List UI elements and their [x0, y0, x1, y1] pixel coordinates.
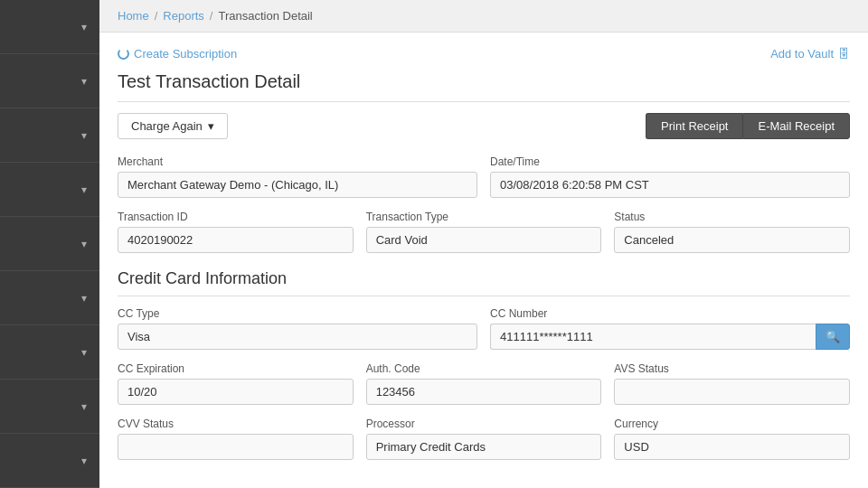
auth-code-input[interactable] [366, 379, 602, 405]
credit-card-section-title: Credit Card Information [118, 269, 850, 296]
currency-group: Currency [614, 418, 850, 460]
button-row: Charge Again ▾ Print Receipt E-Mail Rece… [118, 113, 850, 139]
chevron-icon-5: ▾ [81, 238, 87, 250]
sidebar-item-9[interactable]: ▾ [0, 434, 99, 488]
search-icon: 🔍 [826, 330, 840, 343]
print-receipt-button[interactable]: Print Receipt [646, 113, 742, 139]
add-vault-link[interactable]: Add to Vault 🗄 [770, 47, 850, 61]
page-title: Test Transaction Detail [118, 71, 850, 102]
transaction-id-group: Transaction ID [118, 211, 354, 253]
datetime-input[interactable] [490, 172, 850, 198]
chevron-icon-9: ▾ [81, 455, 87, 467]
cvv-status-label: CVV Status [118, 418, 354, 430]
create-subscription-label: Create Subscription [134, 47, 237, 61]
avs-status-label: AVS Status [614, 362, 850, 375]
chevron-icon-1: ▾ [81, 21, 87, 33]
breadcrumb: Home / Reports / Transaction Detail [99, 0, 868, 33]
cc-type-input[interactable] [118, 324, 477, 350]
breadcrumb-home[interactable]: Home [118, 9, 149, 23]
cvv-processor-currency-row: CVV Status Processor Currency [118, 418, 850, 460]
chevron-icon-6: ▾ [81, 292, 87, 305]
breadcrumb-sep-1: / [155, 9, 158, 23]
currency-label: Currency [614, 418, 850, 430]
cc-type-number-row: CC Type CC Number 🔍 [118, 307, 850, 350]
sidebar-item-4[interactable]: ▾ [0, 163, 99, 217]
sidebar-item-5[interactable]: ▾ [0, 217, 99, 271]
sidebar-item-1[interactable]: ▾ [0, 0, 99, 54]
cc-number-group: CC Number 🔍 [490, 307, 850, 350]
action-bar: Create Subscription Add to Vault 🗄 [118, 47, 850, 61]
breadcrumb-current: Transaction Detail [218, 9, 312, 23]
cc-expiration-input[interactable] [118, 379, 354, 405]
status-label: Status [614, 211, 850, 223]
main-content: Home / Reports / Transaction Detail Crea… [99, 0, 868, 488]
chevron-icon-2: ▾ [81, 75, 87, 88]
processor-input[interactable] [366, 434, 602, 460]
transaction-id-label: Transaction ID [118, 211, 354, 223]
email-receipt-button[interactable]: E-Mail Receipt [742, 113, 850, 139]
cc-search-button[interactable]: 🔍 [816, 324, 850, 350]
sidebar-item-6[interactable]: ▾ [0, 271, 99, 325]
chevron-icon-4: ▾ [81, 183, 87, 196]
currency-input[interactable] [614, 434, 850, 460]
processor-label: Processor [366, 418, 602, 430]
transaction-row: Transaction ID Transaction Type Status [118, 211, 850, 253]
cvv-status-group: CVV Status [118, 418, 354, 460]
sidebar-item-3[interactable]: ▾ [0, 108, 99, 163]
cc-type-group: CC Type [118, 307, 477, 350]
sidebar: ▾ ▾ ▾ ▾ ▾ ▾ ▾ ▾ ▾ [0, 0, 99, 488]
datetime-group: Date/Time [490, 155, 850, 198]
breadcrumb-sep-2: / [210, 9, 213, 23]
status-group: Status [614, 211, 850, 253]
chevron-icon-3: ▾ [81, 129, 87, 142]
processor-group: Processor [366, 418, 602, 460]
auth-code-label: Auth. Code [366, 362, 602, 375]
breadcrumb-reports[interactable]: Reports [163, 9, 204, 23]
transaction-type-input[interactable] [366, 227, 602, 253]
dropdown-arrow-icon: ▾ [208, 119, 214, 133]
chevron-icon-7: ▾ [81, 346, 87, 359]
merchant-label: Merchant [118, 155, 477, 168]
cc-type-label: CC Type [118, 307, 477, 320]
create-subscription-link[interactable]: Create Subscription [118, 47, 237, 61]
charge-again-label: Charge Again [131, 119, 203, 133]
merchant-group: Merchant [118, 155, 477, 198]
avs-status-group: AVS Status [614, 362, 850, 405]
add-vault-label: Add to Vault [770, 47, 834, 61]
charge-again-button[interactable]: Charge Again ▾ [118, 113, 228, 139]
cc-expiration-label: CC Expiration [118, 362, 354, 375]
auth-code-group: Auth. Code [366, 362, 602, 405]
chevron-icon-8: ▾ [81, 400, 87, 413]
merchant-datetime-row: Merchant Date/Time [118, 155, 850, 198]
cc-number-label: CC Number [490, 307, 850, 320]
avs-status-input[interactable] [614, 379, 850, 405]
transaction-type-label: Transaction Type [366, 211, 602, 223]
merchant-input[interactable] [118, 172, 477, 198]
cc-number-field-group: 🔍 [490, 324, 850, 350]
vault-icon: 🗄 [838, 47, 850, 61]
status-input[interactable] [614, 227, 850, 253]
sidebar-item-8[interactable]: ▾ [0, 380, 99, 434]
transaction-id-input[interactable] [118, 227, 354, 253]
cvv-status-input[interactable] [118, 434, 354, 460]
cc-number-input[interactable] [490, 324, 816, 350]
expiration-auth-avs-row: CC Expiration Auth. Code AVS Status [118, 362, 850, 405]
sidebar-item-2[interactable]: ▾ [0, 54, 99, 108]
refresh-icon [118, 48, 129, 60]
datetime-label: Date/Time [490, 155, 850, 168]
transaction-type-group: Transaction Type [366, 211, 602, 253]
receipt-buttons: Print Receipt E-Mail Receipt [646, 113, 850, 139]
sidebar-item-7[interactable]: ▾ [0, 325, 99, 380]
cc-expiration-group: CC Expiration [118, 362, 354, 405]
